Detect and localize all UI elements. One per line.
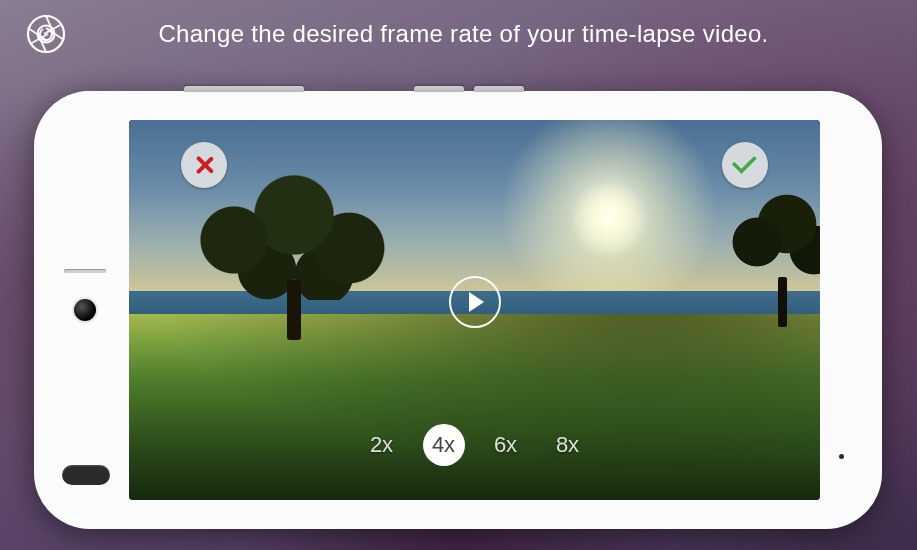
speaker-grille [64, 269, 106, 273]
speed-option-8x[interactable]: 8x [547, 424, 589, 466]
cancel-button[interactable] [181, 142, 227, 188]
app-aperture-icon [22, 10, 70, 58]
speed-option-6x[interactable]: 6x [485, 424, 527, 466]
instruction-text: Change the desired frame rate of your ti… [70, 20, 917, 48]
confirm-button[interactable] [722, 142, 768, 188]
front-camera-icon [74, 299, 96, 321]
header: Change the desired frame rate of your ti… [0, 10, 917, 58]
play-icon [469, 292, 484, 312]
phone-device-frame: 2x 4x 6x 8x [34, 91, 882, 529]
device-screen: 2x 4x 6x 8x [129, 120, 820, 500]
hardware-button [414, 86, 464, 92]
close-icon [193, 154, 215, 176]
check-icon [732, 149, 757, 174]
play-button[interactable] [449, 276, 501, 328]
speed-option-2x[interactable]: 2x [361, 424, 403, 466]
hardware-button [474, 86, 524, 92]
home-button [62, 465, 110, 485]
speed-selector: 2x 4x 6x 8x [129, 424, 820, 466]
microphone-dot [839, 454, 844, 459]
hardware-button [184, 86, 304, 92]
speed-option-4x[interactable]: 4x [423, 424, 465, 466]
